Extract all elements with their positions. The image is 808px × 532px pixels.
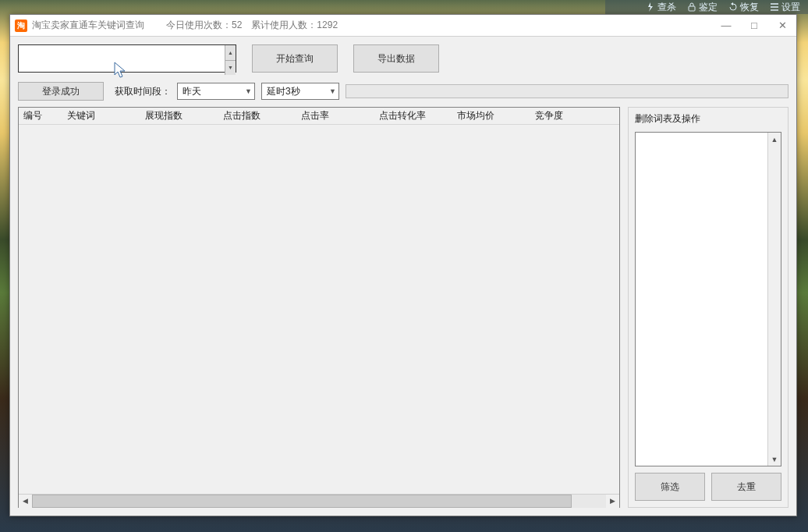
- col-click[interactable]: 点击指数: [218, 108, 296, 125]
- start-query-button[interactable]: 开始查询: [252, 44, 338, 73]
- usage-total-count: 1292: [317, 20, 338, 30]
- keywords-spinner: ▲ ▼: [225, 45, 236, 75]
- table-header: 编号 关键词 展现指数 点击指数 点击率 点击转化率 市场均价 竞争度: [19, 108, 619, 125]
- time-range-label: 获取时间段：: [115, 85, 171, 98]
- col-price[interactable]: 市场均价: [452, 108, 530, 125]
- usage-today: 今日使用次数：52: [166, 19, 242, 32]
- maximize-button[interactable]: □: [740, 15, 768, 36]
- main-window: 淘 淘宝卖家直通车关键词查询 今日使用次数：52 累计使用人数：1292 — □…: [9, 14, 797, 516]
- window-title: 淘宝卖家直通车关键词查询: [32, 19, 144, 32]
- client-area: ▲ ▼ 开始查询 导出数据 登录成功 获取时间段： 昨天 ▼ 延时3秒 ▼: [10, 37, 796, 516]
- sys-item-settings[interactable]: 设置: [770, 1, 800, 14]
- delay-dropdown[interactable]: 延时3秒 ▼: [261, 83, 339, 100]
- content-area: 编号 关键词 展现指数 点击指数 点击率 点击转化率 市场均价 竞争度 ◀ ▶: [18, 107, 789, 508]
- sys-item-scan[interactable]: 查杀: [646, 1, 676, 14]
- query-row: ▲ ▼ 开始查询 导出数据: [18, 44, 789, 76]
- sys-item-identify[interactable]: 鉴定: [687, 1, 718, 14]
- chevron-down-icon: ▼: [245, 87, 252, 95]
- delete-words-box[interactable]: ▲ ▼: [635, 132, 781, 466]
- col-compete[interactable]: 竞争度: [530, 108, 619, 125]
- menu-icon: [770, 2, 779, 12]
- sys-item-label: 鉴定: [699, 1, 718, 14]
- scroll-left-arrow[interactable]: ◀: [19, 495, 32, 508]
- keywords-input[interactable]: [18, 44, 236, 73]
- col-keyword[interactable]: 关键词: [62, 108, 140, 125]
- filter-button[interactable]: 筛选: [635, 473, 705, 501]
- login-status-button[interactable]: 登录成功: [18, 82, 104, 101]
- scroll-right-arrow[interactable]: ▶: [606, 495, 619, 508]
- usage-total: 累计使用人数：1292: [251, 19, 338, 32]
- table-body[interactable]: [19, 125, 619, 494]
- side-panel: 删除词表及操作 ▲ ▼ 筛选 去重: [628, 107, 789, 508]
- results-table: 编号 关键词 展现指数 点击指数 点击率 点击转化率 市场均价 竞争度 ◀ ▶: [18, 107, 620, 508]
- vertical-scrollbar: ▲ ▼: [767, 133, 781, 466]
- progress-bar: [346, 84, 789, 98]
- sys-item-label: 查杀: [657, 1, 676, 14]
- scroll-thumb[interactable]: [32, 495, 572, 508]
- scroll-down-arrow[interactable]: ▼: [768, 452, 781, 466]
- side-panel-title: 删除词表及操作: [635, 112, 781, 126]
- horizontal-scrollbar: ◀ ▶: [19, 494, 619, 507]
- app-icon: 淘: [15, 20, 27, 32]
- export-button[interactable]: 导出数据: [353, 44, 439, 73]
- close-button[interactable]: ✕: [768, 15, 796, 36]
- lock-icon: [687, 2, 696, 12]
- chevron-down-icon: ▼: [329, 87, 336, 95]
- dedupe-button[interactable]: 去重: [711, 473, 781, 501]
- bolt-icon: [646, 2, 655, 12]
- spinner-up[interactable]: ▲: [225, 45, 236, 61]
- col-id[interactable]: 编号: [19, 108, 62, 125]
- scroll-up-arrow[interactable]: ▲: [768, 133, 781, 146]
- window-controls: — □ ✕: [712, 15, 796, 36]
- app-icon-text: 淘: [17, 20, 25, 31]
- refresh-icon: [728, 2, 738, 12]
- sys-item-label: 恢复: [740, 1, 759, 14]
- scroll-vtrack[interactable]: [768, 146, 781, 452]
- usage-total-label: 累计使用人数：: [251, 20, 317, 30]
- keywords-wrap: ▲ ▼: [18, 44, 236, 76]
- usage-today-label: 今日使用次数：: [166, 20, 232, 30]
- col-cvr[interactable]: 点击转化率: [374, 108, 452, 125]
- system-toolbar: 查杀 鉴定 恢复 设置: [605, 0, 808, 14]
- col-ctr[interactable]: 点击率: [296, 108, 374, 125]
- usage-today-count: 52: [232, 20, 242, 30]
- sys-item-label: 设置: [781, 1, 800, 14]
- col-impress[interactable]: 展现指数: [140, 108, 218, 125]
- time-range-value: 昨天: [183, 85, 201, 98]
- sys-item-restore[interactable]: 恢复: [728, 1, 759, 14]
- delay-value: 延时3秒: [267, 85, 300, 98]
- scroll-track[interactable]: [32, 495, 606, 508]
- spinner-down[interactable]: ▼: [225, 61, 236, 76]
- svg-rect-0: [689, 6, 695, 11]
- options-row: 登录成功 获取时间段： 昨天 ▼ 延时3秒 ▼: [18, 82, 789, 101]
- titlebar[interactable]: 淘 淘宝卖家直通车关键词查询 今日使用次数：52 累计使用人数：1292 — □…: [10, 15, 796, 37]
- time-range-dropdown[interactable]: 昨天 ▼: [177, 83, 255, 100]
- side-buttons: 筛选 去重: [635, 473, 781, 501]
- minimize-button[interactable]: —: [712, 15, 740, 36]
